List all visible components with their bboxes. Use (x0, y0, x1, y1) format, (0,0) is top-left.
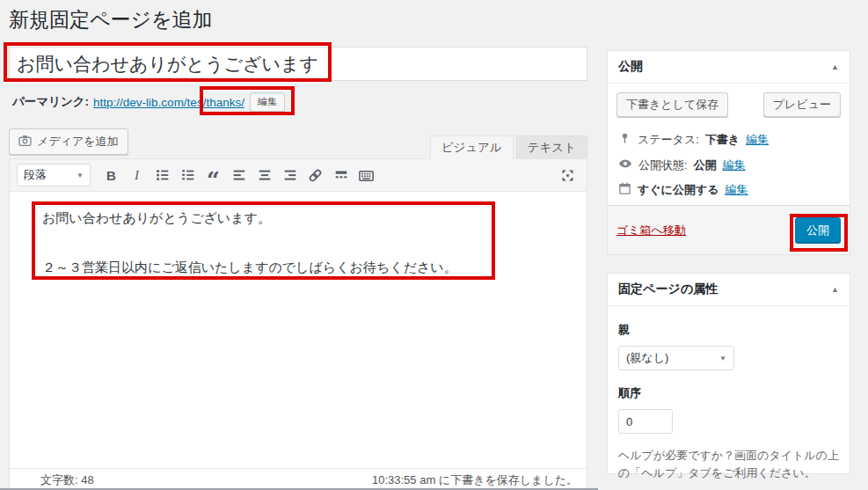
bold-button[interactable]: B (99, 165, 123, 186)
link-icon (307, 167, 324, 184)
schedule-edit-link[interactable]: 編集 (726, 182, 748, 198)
save-draft-button[interactable]: 下書きとして保存 (616, 92, 728, 117)
visibility-edit-link[interactable]: 編集 (723, 157, 746, 173)
schedule-row: すぐに公開する 編集 (616, 178, 841, 202)
toolbar-toggle-button[interactable] (354, 165, 378, 186)
permalink-url-link[interactable]: http://dev-lib.com/tes (93, 96, 203, 109)
align-center-button[interactable] (252, 165, 276, 186)
editor-status-bar: 文字数: 48 10:33:55 am に下書きを保存しました。 (9, 469, 587, 490)
attributes-panel-header[interactable]: 固定ページの属性 ▲ (608, 274, 850, 306)
bulleted-list-button[interactable] (150, 165, 174, 186)
status-label: ステータス: (638, 132, 699, 148)
keyboard-icon (358, 167, 375, 184)
calendar-icon (618, 182, 631, 198)
status-value: 下書き (705, 132, 740, 148)
paragraph-format-value: 段落 (24, 167, 47, 183)
align-left-button[interactable] (227, 165, 251, 186)
parent-label: 親 (618, 322, 839, 338)
editor-toolbar: 段落 ▼ B I “ (10, 159, 587, 192)
collapse-arrow-icon[interactable]: ▲ (831, 62, 839, 71)
visibility-row: 公開状態: 公開 編集 (616, 152, 841, 178)
tab-text[interactable]: テキスト (516, 135, 587, 159)
blockquote-button[interactable]: “ (201, 165, 225, 186)
permalink-label: パーマリンク: (12, 94, 89, 110)
content-editor: 段落 ▼ B I “ (9, 158, 587, 469)
permalink-row: パーマリンク: http://dev-lib.com/tes /thanks/ … (12, 92, 285, 112)
move-to-trash-link[interactable]: ゴミ箱へ移動 (616, 223, 686, 238)
chevron-down-icon: ▼ (719, 355, 726, 362)
autosave-status: 10:33:55 am に下書きを保存しました。 (372, 472, 578, 488)
align-center-icon (257, 167, 273, 183)
publish-button[interactable]: 公開 (795, 217, 841, 244)
align-left-icon (231, 167, 247, 183)
publish-panel-title: 公開 (618, 59, 643, 75)
status-edit-link[interactable]: 編集 (746, 132, 769, 148)
collapse-arrow-icon[interactable]: ▲ (831, 285, 839, 294)
eye-icon (618, 157, 632, 173)
bulleted-list-icon (155, 167, 171, 183)
insert-link-button[interactable] (303, 165, 327, 186)
title-field-wrap (9, 47, 587, 81)
parent-page-dropdown[interactable]: (親なし) ▼ (618, 346, 734, 370)
word-count-label: 文字数: (40, 473, 78, 486)
content-paragraph: ２～３営業日以内にご返信いたしますのでしばらくお待ちください。 (42, 258, 569, 277)
align-right-icon (282, 167, 298, 183)
page-title-input[interactable] (9, 47, 587, 81)
editor-content-area[interactable]: お問い合わせありがとうございます。 ２～３営業日以内にご返信いたしますのでしばら… (10, 192, 587, 449)
order-input[interactable] (618, 409, 673, 434)
visibility-label: 公開状態: (638, 157, 688, 173)
publish-panel: 公開 ▲ 下書きとして保存 プレビュー ステータス: 下書き 編集 公開状態: … (607, 50, 850, 255)
editor-mode-tabs: ビジュアル テキスト (9, 135, 587, 158)
chevron-down-icon: ▼ (77, 172, 84, 179)
numbered-list-button[interactable] (176, 165, 200, 186)
schedule-label: すぐに公開する (638, 182, 719, 198)
major-publishing-actions: ゴミ箱へ移動 公開 (608, 205, 850, 254)
page-attributes-panel: 固定ページの属性 ▲ 親 (親なし) ▼ 順序 ヘルプが必要ですか？画面のタイト… (607, 273, 850, 474)
align-right-button[interactable] (278, 165, 302, 186)
word-count-value: 48 (81, 473, 93, 486)
order-label: 順序 (618, 385, 839, 401)
parent-page-value: (親なし) (626, 350, 668, 366)
publish-panel-body: 下書きとして保存 プレビュー ステータス: 下書き 編集 公開状態: 公開 編集… (608, 84, 850, 211)
visibility-value: 公開 (694, 157, 717, 173)
attributes-panel-title: 固定ページの属性 (618, 282, 718, 297)
content-paragraph: お問い合わせありがとうございます。 (42, 208, 569, 228)
publish-panel-header[interactable]: 公開 ▲ (608, 51, 850, 84)
tab-visual[interactable]: ビジュアル (430, 135, 514, 159)
blockquote-icon: “ (207, 176, 220, 185)
attributes-panel-body: 親 (親なし) ▼ 順序 ヘルプが必要ですか？画面のタイトルの上の「ヘルプ」タブ… (608, 306, 850, 490)
numbered-list-icon (180, 167, 196, 183)
paragraph-format-dropdown[interactable]: 段落 ▼ (17, 164, 91, 186)
pin-icon (618, 132, 631, 148)
more-tag-icon (333, 167, 349, 183)
more-tag-button[interactable] (329, 165, 353, 186)
italic-button[interactable]: I (125, 165, 149, 186)
permalink-slug-link[interactable]: /thanks/ (203, 96, 244, 109)
status-row: ステータス: 下書き 編集 (616, 128, 841, 152)
page-title: 新規固定ページを追加 (9, 7, 213, 33)
attributes-help-text: ヘルプが必要ですか？画面のタイトルの上の「ヘルプ」タブをご利用ください。 (618, 447, 839, 482)
minor-publishing-actions: 下書きとして保存 プレビュー (616, 92, 841, 117)
permalink-edit-button[interactable]: 編集 (250, 92, 285, 112)
word-count: 文字数: 48 (40, 472, 94, 488)
preview-button[interactable]: プレビュー (763, 92, 841, 117)
distraction-free-button[interactable] (556, 165, 580, 186)
fullscreen-icon (560, 168, 575, 183)
